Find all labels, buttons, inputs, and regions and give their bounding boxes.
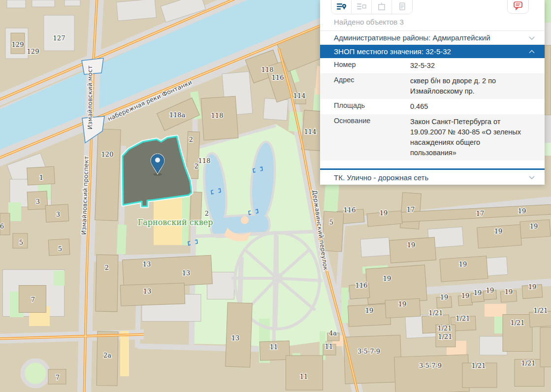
building-number-label: 19 (459, 261, 467, 268)
map-building (120, 283, 185, 306)
roundabout (23, 360, 48, 386)
building-number-label: 13 (143, 288, 152, 295)
building-number-label: 19 (528, 283, 537, 291)
detail-value: сквер б/н во дворе д. 2 по Измайловскому… (410, 76, 545, 97)
section-admin-label: Административные районы: Адмиралтейский (334, 31, 490, 44)
building-number-label: 2а (103, 352, 111, 359)
section-znop-label: ЗНОП местного значения: 32-5-32 (334, 45, 451, 58)
detail-value: Закон Санкт-Петербурга от 19.09.2007 № 4… (410, 117, 545, 158)
map-grn (341, 288, 348, 323)
park-circle (241, 216, 249, 224)
gis-app: 129129127118116114114118а118212011822133… (0, 0, 551, 392)
building-number-label: 5 (329, 219, 333, 226)
section-tk-streets[interactable]: ТК. Улично - дорожная сеть (320, 170, 545, 185)
map-yard (360, 237, 390, 257)
map-yard (116, 0, 156, 21)
feedback-icon (513, 0, 523, 10)
building-number-label: 5 (19, 239, 23, 246)
building-number-label: 116 (344, 206, 356, 214)
building-number-label: 4а (329, 329, 337, 337)
building-number-label: 6 (0, 223, 4, 230)
map-building (96, 255, 118, 312)
building-number-label: 114 (304, 128, 317, 135)
park-name-label: Гарновский сквер (138, 218, 213, 227)
building-number-label: 116 (272, 74, 284, 81)
building-number-label: 13 (182, 269, 191, 277)
detail-row: Адрессквер б/н во дворе д. 2 по Измайлов… (320, 73, 545, 99)
building-number-label: 7 (31, 296, 35, 303)
building-number-label: 5 (58, 245, 62, 253)
building-number-label: 129 (27, 48, 39, 55)
building-number-label: 127 (53, 34, 65, 42)
building-number-label: 1/21 (455, 315, 470, 322)
section-tk-label: ТК. Улично - дорожная сеть (334, 171, 428, 184)
building-number-label: 13 (231, 334, 240, 342)
building-number-label: 118 (198, 157, 211, 164)
map-yard (44, 15, 74, 51)
building-number-label: 1/21 (510, 319, 524, 327)
building-number-label: 1/21 (521, 359, 535, 367)
building-number-label: 19 (383, 275, 391, 282)
building-number-label: 19 (486, 287, 494, 294)
map-toolbar (331, 0, 413, 14)
building-number-label: 3-5-7-9 (357, 348, 380, 355)
building-number-label: 129 (12, 41, 24, 48)
detail-label: Площадь (320, 101, 410, 112)
building-number-label: 1/21 (428, 309, 443, 317)
building-number-label: 19 (380, 209, 388, 217)
map-grn (54, 271, 65, 286)
detail-label: Адрес (320, 76, 410, 97)
results-list-icon (336, 1, 347, 11)
building-number-label: 13 (143, 261, 151, 268)
map-yard (7, 0, 26, 8)
detail-value: 32-5-32 (410, 61, 545, 71)
building-number-label: 19 (398, 300, 407, 308)
building-number-label: 2 (189, 136, 193, 143)
building-number-label: 19 (530, 223, 538, 230)
street-name-label: Измайловский мост (86, 65, 94, 130)
building-number-label: 114 (293, 92, 306, 99)
chevron-down-icon (529, 36, 535, 40)
building-number-label: 2 (194, 163, 198, 170)
building-number-label: 118 (261, 66, 274, 73)
layers-list-button[interactable] (352, 0, 372, 14)
section-znop-header[interactable]: ЗНОП местного значения: 32-5-32 (320, 45, 545, 58)
building-number-label: 19 (365, 307, 374, 314)
area-select-button[interactable] (372, 0, 392, 14)
feedback-button[interactable] (507, 0, 529, 14)
map-yard (65, 0, 80, 6)
building-number-label: 118а (169, 111, 186, 119)
chevron-down-icon (529, 175, 535, 179)
document-icon (397, 1, 407, 11)
detail-value: 0.465 (410, 101, 545, 112)
detail-label: Номер (320, 61, 410, 71)
map-yard (32, 0, 55, 7)
panel-toolbar (320, 0, 545, 17)
map-building (394, 355, 470, 392)
building-number-label: 19 (518, 207, 526, 215)
building-number-label: 19 (474, 289, 482, 296)
building-number-label: 19 (461, 292, 470, 299)
info-panel: Найдено объектов 3 Административные райо… (320, 0, 545, 185)
building-number-label: 11 (325, 343, 333, 350)
map-grn (117, 225, 127, 255)
area-select-icon (377, 1, 387, 11)
results-list-button[interactable] (331, 0, 352, 14)
section-admin-districts[interactable]: Административные районы: Адмиралтейский (320, 31, 545, 45)
building-number-label: 120 (101, 151, 114, 158)
map-building (540, 327, 551, 367)
map-building (440, 256, 488, 282)
found-objects-count: Найдено объектов 3 (320, 17, 545, 31)
building-number-label: 19 (440, 294, 449, 301)
building-number-label: 17 (476, 210, 485, 217)
section-gap (320, 161, 545, 168)
map-grn (324, 181, 340, 215)
detail-row: Площадь0.465 (320, 99, 545, 114)
document-button[interactable] (392, 0, 412, 14)
znop-details-table: Номер32-5-32Адрессквер б/н во дворе д. 2… (320, 58, 545, 161)
chevron-up-icon (529, 50, 535, 54)
detail-row: ОснованиеЗакон Санкт-Петербурга от 19.09… (320, 114, 545, 161)
building-number-label: 1/21 (438, 333, 452, 340)
map-building (344, 335, 402, 384)
building-number-label: 2 (105, 264, 109, 271)
